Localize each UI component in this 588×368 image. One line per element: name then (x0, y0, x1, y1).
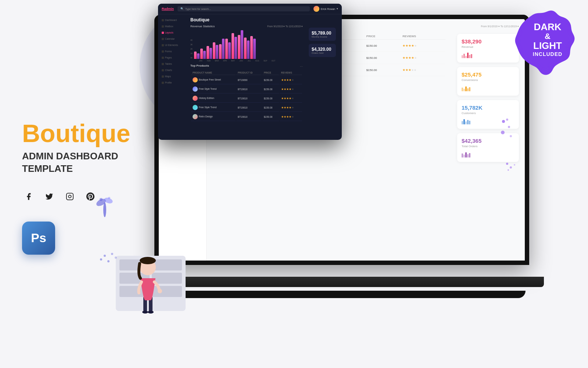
dark-search-bar[interactable]: 🔍 Type here for search... (178, 6, 310, 11)
svg-point-14 (142, 311, 148, 314)
col-price: PRICE (364, 33, 400, 40)
laptop-wrapper: Radm▪ Dash Mailb Layo Calen UI Ele Form (140, 15, 544, 316)
dark-dashboard-overlay: Radmin 🔍 Type here for search... Erick R… (158, 4, 342, 140)
dark-sidebar-mailbox[interactable]: Mailbox (160, 24, 185, 29)
splash-text: DARK & LIGHT INCLUDED (533, 22, 562, 58)
dark-sidebar-pages[interactable]: Pages (160, 55, 185, 60)
svg-point-10 (111, 253, 113, 255)
ps-badge: Ps (22, 222, 55, 255)
svg-point-33 (506, 118, 508, 121)
dark-products-section: Top Products ⋯ PRODUCT NAME PRODUCT ID P… (190, 64, 303, 122)
dots-decoration-right (505, 162, 516, 174)
svg-point-35 (510, 166, 512, 169)
dark-products-title: Top Products (190, 64, 209, 67)
social-icons (22, 190, 140, 203)
dark-sidebar-profile[interactable]: Profile (160, 80, 185, 85)
dark-sidebar-layouts[interactable]: Layouts (160, 30, 185, 35)
dark-stats-right: $5,789.00 Monthly Income $4,320.00 Order… (306, 25, 339, 122)
svg-rect-0 (67, 193, 73, 200)
dark-stat-monthly-income: $5,789.00 Monthly Income (309, 28, 336, 41)
svg-point-11 (115, 256, 117, 259)
svg-point-5 (100, 198, 103, 201)
dark-bar-chart (194, 29, 256, 59)
dark-sidebar-calendar[interactable]: Calendar (160, 36, 185, 42)
dark-body: Dashboard Mailbox Layouts Calendar UI El… (158, 14, 342, 125)
dark-user-avatar (313, 6, 319, 12)
person-illustration (132, 252, 165, 316)
laptop-foot (158, 291, 526, 298)
svg-point-18 (158, 289, 162, 293)
dark-user-profile[interactable]: Erick Rowan ▾ (313, 6, 338, 12)
svg-point-26 (560, 31, 575, 46)
svg-point-6 (108, 197, 110, 199)
dark-stat-orders-sold: $4,320.00 Orders Sold (309, 44, 336, 57)
svg-point-9 (107, 260, 110, 262)
svg-point-30 (508, 126, 510, 128)
svg-point-8 (104, 255, 106, 257)
conversions-mini-chart (462, 84, 514, 91)
dark-product-row: Free Style Trend BT19010$150.00 ★★★★★ (191, 85, 302, 93)
dark-sidebar-forms[interactable]: Forms (160, 49, 185, 54)
brand-title: Boutique (22, 121, 140, 146)
svg-point-7 (100, 258, 102, 261)
dark-sidebar-maps[interactable]: Maps (160, 74, 185, 79)
dark-sidebar-charts[interactable]: Charts (160, 67, 185, 73)
dark-col-id: PRODUCT ID (236, 71, 262, 75)
dark-product-row: History Edition BT19010$150.00 ★★★★★ (191, 94, 302, 103)
dark-page-title: Boutique (190, 17, 339, 22)
dark-col-reviews: REVIEWS (280, 71, 302, 75)
dark-product-row: Boutique Free Street BT19090$150.00 ★★★★… (191, 76, 302, 84)
left-panel: Boutique ADMIN DASHBOARD TEMPLATE Ps (22, 0, 140, 368)
svg-point-17 (140, 257, 156, 264)
dark-sidebar: Dashboard Mailbox Layouts Calendar UI El… (158, 14, 187, 125)
svg-point-29 (502, 120, 505, 123)
orders-mini-chart (462, 150, 514, 158)
svg-point-36 (514, 164, 515, 166)
dark-more-options[interactable]: ⋯ (300, 65, 303, 68)
dark-sidebar-dashboard[interactable]: Dashboard (160, 17, 185, 23)
dark-product-row: Free Style Trend BT19010$150.00 ★★★★★ (191, 103, 302, 112)
svg-point-34 (506, 163, 508, 165)
col-reviews: REVIEWS (400, 33, 445, 40)
svg-point-27 (514, 34, 528, 47)
dark-revenue-title: Revenue Statistics (190, 25, 215, 28)
twitter-icon[interactable] (43, 190, 56, 203)
instagram-icon[interactable] (63, 190, 76, 203)
dark-logo: Radmin (162, 7, 174, 11)
svg-point-37 (508, 169, 509, 171)
laptop-base (140, 277, 544, 287)
brand-name: Boutique (22, 119, 130, 147)
splash-badge: DARK & LIGHT INCLUDED (507, 0, 588, 81)
dark-sidebar-tables[interactable]: Tables (160, 61, 185, 67)
dark-col-price: PRICE (262, 71, 279, 75)
svg-point-28 (538, 61, 553, 75)
plant-decoration (94, 188, 116, 219)
dots-decoration-bl (99, 250, 118, 270)
dark-products-table: PRODUCT NAME PRODUCT ID PRICE REVIEWS Bo… (190, 70, 303, 122)
svg-point-31 (501, 131, 505, 134)
dark-main-content: Boutique Revenue Statistics From 9/1/201… (187, 14, 342, 125)
facebook-icon[interactable] (22, 190, 35, 203)
dark-revenue-header: Revenue Statistics From 9/1/2019 ▾ To 12… (190, 25, 303, 28)
dark-date-range: From 9/1/2019 ▾ To 12/11/2019 ▾ (267, 25, 303, 28)
dark-chart-container: 0K1K2K3K4K (190, 29, 303, 59)
svg-point-15 (148, 311, 154, 314)
dark-topbar: Radmin 🔍 Type here for search... Erick R… (158, 4, 342, 14)
dark-sidebar-ui[interactable]: UI Elements (160, 42, 185, 48)
dark-col-name: PRODUCT NAME (191, 71, 236, 75)
purple-dots-decoration (500, 118, 514, 141)
svg-point-32 (510, 135, 512, 137)
dark-product-row: Retro Design BT19010$150.00 ★★★★★ (191, 113, 302, 121)
subtitle: ADMIN DASHBOARD TEMPLATE (22, 150, 140, 175)
chart-x-labels: JAN FEB MAR APR MAY JUN JUL AUG SEP OCT (198, 60, 303, 62)
svg-point-2 (103, 202, 106, 217)
dark-chart-area: Revenue Statistics From 9/1/2019 ▾ To 12… (190, 25, 303, 122)
